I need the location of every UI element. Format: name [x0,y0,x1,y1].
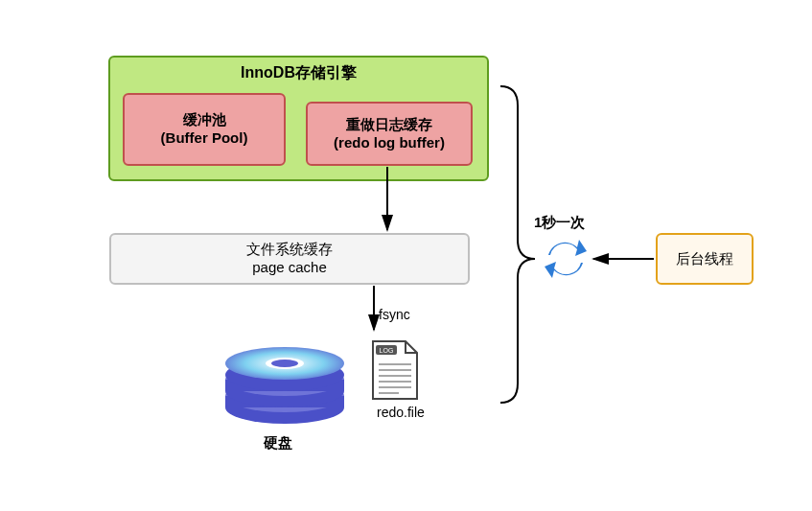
svg-rect-10 [376,345,397,355]
interval-label: 1秒一次 [534,214,585,232]
buffer-pool-label-2: (Buffer Pool) [161,129,248,148]
sync-icon [545,240,587,278]
buffer-pool-box: 缓冲池 (Buffer Pool) [123,93,286,166]
svg-point-7 [225,347,344,380]
svg-point-6 [225,359,344,391]
disk-icon [225,347,344,424]
redo-buf-label-1: 重做日志缓存 [346,116,432,134]
page-cache-label-1: 文件系统缓存 [246,241,333,259]
innodb-title: InnoDB存储引擎 [110,63,487,83]
background-thread-box: 后台线程 [656,233,754,285]
redo-log-buffer-box: 重做日志缓存 (redo log buffer) [306,102,473,166]
page-cache-label-2: page cache [252,259,327,277]
fsync-label: fsync [379,307,410,322]
disk-label: 硬盘 [264,434,292,453]
file-icon: LOG [373,341,417,399]
file-icon-tag: LOG [380,347,394,354]
svg-rect-5 [225,380,344,391]
svg-point-1 [225,380,344,412]
svg-point-0 [225,391,344,424]
redo-buf-label-2: (redo log buffer) [334,134,445,152]
svg-point-4 [225,363,344,396]
svg-point-9 [271,360,298,367]
svg-rect-2 [225,396,344,407]
svg-point-3 [225,375,344,407]
redo-file-label: redo.file [377,405,425,420]
page-cache-box: 文件系统缓存 page cache [109,233,470,285]
bg-thread-label: 后台线程 [676,250,733,268]
buffer-pool-label-1: 缓冲池 [183,111,226,129]
brace-icon [500,86,535,403]
svg-point-8 [266,358,304,369]
